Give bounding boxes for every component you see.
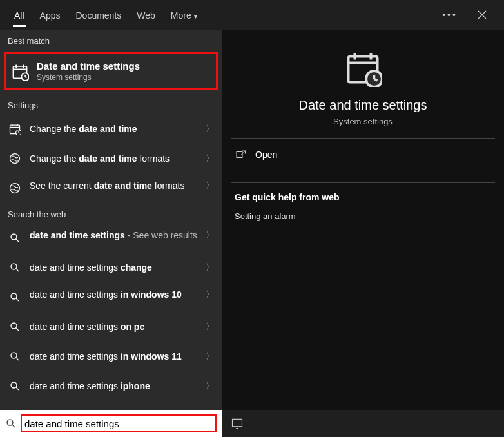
calendar-clock-icon — [343, 48, 383, 88]
region-icon — [8, 181, 22, 195]
chevron-right-icon: 〉 — [206, 289, 214, 300]
result-text: date and time settings on pc — [30, 321, 206, 333]
search-icon — [8, 290, 22, 304]
chevron-right-icon: 〉 — [206, 351, 214, 362]
result-text: Change the date and time formats — [30, 153, 206, 165]
search-icon — [8, 379, 22, 393]
web-result[interactable]: date and time settings change 〉 — [0, 253, 222, 282]
best-match-result[interactable]: Date and time settings System settings — [4, 52, 218, 90]
result-text: date and time settings in windows 11 — [30, 351, 206, 363]
search-icon — [8, 320, 22, 334]
close-icon — [478, 10, 487, 19]
section-settings: Settings — [0, 94, 222, 114]
settings-result[interactable]: Change the date and time 〉 — [0, 114, 222, 144]
result-text: See the current date and time formats — [30, 180, 206, 192]
search-scope-tabs: All Apps Documents Web More▾ — [6, 3, 205, 27]
open-label: Open — [255, 150, 277, 160]
tab-apps[interactable]: Apps — [32, 3, 68, 27]
result-text: date and time settings iphone — [30, 380, 206, 393]
region-icon — [8, 151, 22, 166]
result-text: date and time settings change — [30, 262, 206, 274]
web-result[interactable]: date and time settings on pc 〉 — [0, 312, 222, 342]
result-text: date and time settings - See web results — [30, 229, 206, 242]
tab-documents[interactable]: Documents — [68, 3, 129, 27]
bottom-right-strip — [222, 410, 504, 437]
tab-more-label: More — [171, 10, 191, 21]
calendar-clock-icon — [8, 122, 22, 136]
quick-help-link[interactable]: Setting an alarm — [235, 211, 491, 221]
result-text: Change the date and time — [30, 123, 206, 135]
chevron-right-icon: 〉 — [206, 380, 214, 392]
best-match-title: Date and time settings — [37, 61, 140, 72]
best-match-subtitle: System settings — [37, 73, 140, 82]
result-text: date and time settings in windows 10 — [30, 289, 206, 301]
chevron-down-icon: ▾ — [194, 13, 197, 20]
search-icon — [8, 231, 22, 245]
close-button[interactable] — [472, 5, 492, 25]
preview-subtitle: System settings — [231, 117, 495, 126]
ellipsis-icon: ••• — [442, 10, 458, 20]
quick-help-title: Get quick help from web — [235, 192, 491, 202]
search-box[interactable] — [0, 410, 222, 437]
web-result[interactable]: date and time settings - See web results… — [0, 223, 222, 253]
search-icon — [5, 418, 17, 429]
chevron-right-icon: 〉 — [206, 262, 214, 273]
calendar-clock-icon — [11, 63, 29, 81]
preview-title: Date and time settings — [231, 98, 495, 113]
panel-toggle-icon[interactable] — [231, 417, 244, 430]
tab-web[interactable]: Web — [129, 3, 163, 27]
search-bar — [0, 410, 504, 437]
search-input[interactable] — [24, 418, 213, 429]
chevron-right-icon: 〉 — [206, 153, 214, 164]
results-panel: Best match Date and time settings System… — [0, 30, 222, 410]
chevron-right-icon: 〉 — [206, 180, 214, 191]
web-result[interactable]: date and time settings iphone 〉 — [0, 371, 222, 401]
web-result[interactable]: date and time settings greyed out 〉 — [0, 401, 222, 410]
web-result[interactable]: date and time settings in windows 11 〉 — [0, 342, 222, 371]
search-icon — [8, 260, 22, 275]
web-result[interactable]: date and time settings in windows 10 〉 — [0, 282, 222, 312]
preview-panel: Date and time settings System settings O… — [222, 30, 504, 410]
settings-result[interactable]: Change the date and time formats 〉 — [0, 144, 222, 173]
chevron-right-icon: 〉 — [206, 229, 214, 241]
search-field-highlight — [21, 414, 217, 432]
tab-all[interactable]: All — [6, 3, 32, 27]
open-action[interactable]: Open — [231, 139, 495, 171]
more-options-button[interactable]: ••• — [440, 5, 460, 25]
tab-more[interactable]: More▾ — [163, 3, 205, 27]
chevron-right-icon: 〉 — [206, 321, 214, 333]
section-best-match: Best match — [0, 30, 222, 50]
settings-result[interactable]: See the current date and time formats 〉 — [0, 173, 222, 203]
chevron-right-icon: 〉 — [206, 123, 214, 135]
search-icon — [8, 349, 22, 364]
open-external-icon — [235, 149, 246, 160]
top-tab-bar: All Apps Documents Web More▾ ••• — [0, 0, 504, 30]
section-search-web: Search the web — [0, 203, 222, 223]
